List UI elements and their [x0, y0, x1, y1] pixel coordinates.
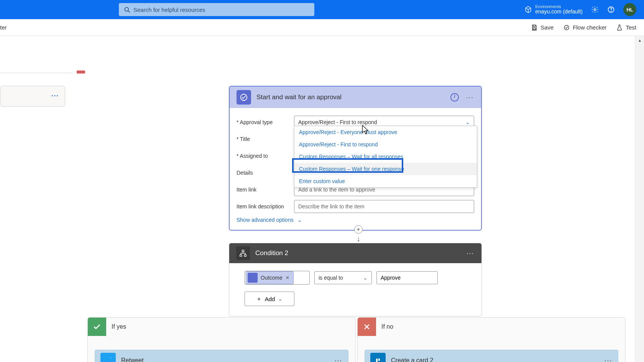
add-step-button[interactable]: +: [354, 225, 363, 234]
trello-icon: [370, 353, 386, 362]
search-input[interactable]: [119, 3, 314, 16]
check-icon: [88, 318, 106, 336]
more-menu-icon[interactable]: ⋯: [604, 357, 613, 362]
svg-rect-14: [378, 359, 380, 361]
environment-icon: [524, 6, 532, 13]
if-no-branch: If no Create a card 2 ⋯ Add an action: [357, 317, 626, 362]
prior-step-tab: [77, 70, 85, 74]
approval-card-title: Start and wait for an approval: [256, 93, 342, 101]
search-icon: [123, 6, 131, 14]
twitter-icon: [100, 353, 116, 362]
flow-checker-button[interactable]: Flow checker: [563, 24, 606, 31]
settings-icon[interactable]: [591, 6, 599, 13]
environment-picker[interactable]: Environments enayu.com (default): [524, 4, 583, 15]
svg-rect-12: [375, 358, 381, 362]
save-icon: [531, 24, 538, 31]
approval-type-value: Approve/Reject - First to respond: [298, 119, 377, 125]
condition-card-header[interactable]: Condition 2 ⋯: [229, 243, 481, 263]
help-icon[interactable]: [607, 6, 615, 13]
details-label: Details: [237, 170, 294, 176]
dropdown-option-custom[interactable]: Enter custom value: [294, 175, 477, 187]
retweet-action-card[interactable]: Retweet ⋯: [95, 350, 348, 362]
vertical-scrollbar[interactable]: ▴: [635, 36, 644, 362]
environment-name: enayu.com (default): [535, 9, 583, 15]
test-button[interactable]: Test: [616, 24, 636, 31]
top-bar: Environments enayu.com (default) HL: [0, 0, 644, 19]
svg-point-4: [611, 11, 611, 11]
dropdown-option[interactable]: Approve/Reject - First to respond: [294, 138, 477, 151]
flow-connector: + ↓: [355, 225, 362, 243]
svg-rect-13: [376, 359, 378, 362]
global-search[interactable]: [119, 3, 314, 16]
svg-rect-8: [242, 250, 244, 252]
scroll-up-icon[interactable]: ▴: [635, 36, 644, 44]
dropdown-option[interactable]: Approve/Reject - Everyone must approve: [294, 126, 477, 138]
save-label: Save: [540, 24, 554, 31]
chevron-down-icon: ⌄: [297, 217, 302, 223]
action-title: Create a card 2: [391, 357, 433, 362]
create-card-action[interactable]: Create a card 2 ⋯: [365, 350, 618, 362]
condition-icon: [236, 246, 250, 260]
svg-rect-9: [240, 255, 242, 256]
svg-point-2: [594, 9, 596, 11]
action-title: Retweet: [121, 357, 144, 362]
divider: [0, 73, 73, 73]
show-advanced-options[interactable]: Show advanced options ⌄: [237, 217, 474, 223]
command-bar: ter Save Flow checker Test: [0, 19, 644, 36]
approvals-icon: [237, 90, 251, 105]
chevron-down-icon: ⌄: [363, 275, 368, 281]
svg-point-0: [125, 7, 128, 11]
info-icon[interactable]: [450, 93, 459, 102]
more-menu-icon[interactable]: ⋯: [334, 357, 343, 362]
item-link-desc-input[interactable]: Describe the link to the item: [294, 200, 474, 213]
flow-checker-label: Flow checker: [573, 24, 606, 31]
chevron-down-icon: ⌄: [278, 295, 283, 302]
flow-canvas[interactable]: ⋯ Start and wait for an approval ⋯ Appro…: [0, 36, 635, 362]
condition-card-title: Condition 2: [255, 249, 288, 257]
item-link-desc-label: Item link description: [237, 203, 294, 210]
breadcrumb-fragment: ter: [0, 24, 7, 31]
add-condition-button[interactable]: ＋ Add ⌄: [245, 292, 294, 306]
condition-left-operand[interactable]: Outcome ✕: [245, 271, 310, 285]
environment-label: Environments: [535, 4, 583, 9]
approvals-icon: [248, 273, 258, 283]
svg-line-1: [128, 11, 130, 13]
svg-point-6: [564, 25, 569, 30]
title-field-label: Title: [237, 136, 294, 142]
approval-type-label: Approval type: [237, 119, 294, 125]
operator-value: is equal to: [319, 275, 343, 281]
token-label: Outcome: [261, 275, 283, 281]
test-label: Test: [626, 24, 636, 31]
if-yes-branch: If yes Retweet ⋯ Add an action: [87, 317, 356, 362]
assigned-to-label: Assigned to: [237, 153, 294, 159]
condition-right-operand[interactable]: Approve: [376, 271, 438, 284]
approval-card-header[interactable]: Start and wait for an approval ⋯: [230, 87, 481, 108]
if-yes-label: If yes: [112, 323, 126, 330]
add-label: Add: [265, 296, 275, 302]
outcome-token[interactable]: Outcome ✕: [246, 271, 294, 284]
prior-step-card[interactable]: ⋯: [0, 86, 65, 106]
arrow-down-icon: ↓: [356, 234, 360, 243]
svg-rect-10: [244, 255, 246, 256]
close-icon: [358, 318, 376, 336]
dropdown-option[interactable]: Custom Responses – Wait for all response…: [294, 151, 477, 163]
if-no-label: If no: [381, 323, 393, 330]
chevron-down-icon: ⌄: [465, 119, 470, 125]
condition-operator-select[interactable]: is equal to ⌄: [314, 271, 372, 284]
approval-type-dropdown[interactable]: Approve/Reject - Everyone must approve A…: [294, 126, 477, 188]
condition-card[interactable]: Condition 2 ⋯ Outcome ✕ is equal to ⌄ Ap…: [229, 243, 482, 316]
approval-action-card[interactable]: Start and wait for an approval ⋯ Approva…: [229, 86, 482, 231]
remove-token-icon[interactable]: ✕: [286, 275, 289, 280]
dropdown-option[interactable]: Custom Responses – Wait for one response: [294, 163, 477, 175]
save-button[interactable]: Save: [531, 24, 554, 31]
test-icon: [616, 24, 623, 31]
more-menu-icon[interactable]: ⋯: [466, 93, 474, 101]
item-link-label: Item link: [237, 187, 294, 193]
svg-rect-5: [533, 28, 536, 29]
plus-icon: ＋: [256, 295, 262, 303]
avatar[interactable]: HL: [623, 3, 636, 16]
advanced-options-label: Show advanced options: [237, 217, 294, 223]
more-menu-icon[interactable]: ⋯: [466, 249, 475, 257]
more-menu-icon[interactable]: ⋯: [51, 92, 59, 99]
flow-checker-icon: [563, 24, 570, 31]
